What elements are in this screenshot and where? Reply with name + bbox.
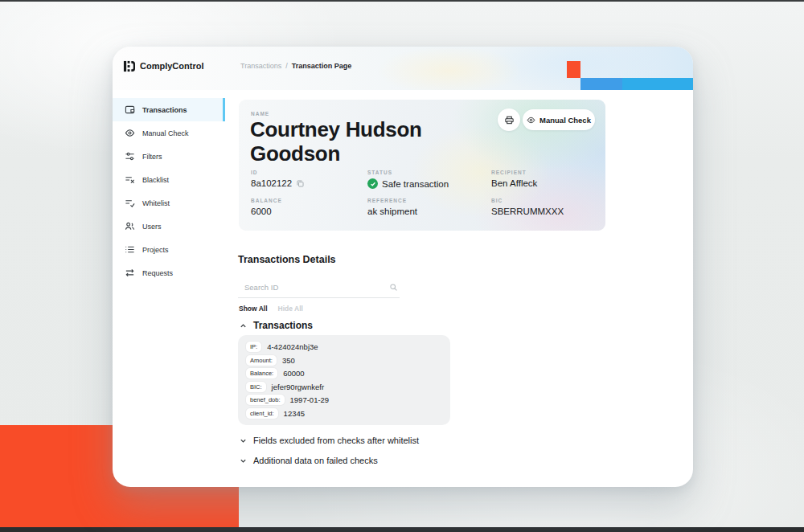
sidebar-item-label: Projects: [142, 246, 169, 254]
kv-value: 350: [282, 356, 295, 365]
sidebar-nav: Transactions Manual Check Filters: [113, 98, 225, 284]
field-bic: BIC SBERRUMMXXX: [491, 198, 564, 216]
section-failed-checks-toggle[interactable]: Additional data on failed checks: [240, 456, 378, 465]
search-box: [238, 277, 400, 298]
copy-icon[interactable]: [296, 179, 305, 188]
kv-row: BIC: jefer90rgwnkefr: [246, 382, 442, 392]
field-value: 8a102122: [251, 178, 292, 188]
sidebar-item-label: Requests: [142, 269, 173, 277]
breadcrumb-current: Transaction Page: [292, 62, 352, 70]
chevron-down-icon: [240, 457, 247, 464]
sidebar-item-label: Filters: [142, 153, 162, 161]
search-input[interactable]: [238, 277, 383, 297]
sidebar-item-manual-check[interactable]: Manual Check: [113, 121, 225, 145]
chevron-down-icon: [240, 437, 247, 444]
brand-logo: ComplyControl: [113, 58, 225, 74]
field-recipient: RECIPIENT Ben Affleck: [491, 170, 537, 188]
list-icon: [125, 244, 135, 255]
sidebar-item-blacklist[interactable]: Blacklist: [113, 168, 225, 191]
field-label: RECIPIENT: [491, 170, 537, 175]
kv-key-chip: IP:: [246, 342, 261, 352]
kv-key-chip: Balance:: [246, 368, 277, 379]
sidebar-item-users[interactable]: Users: [113, 215, 225, 238]
sidebar-item-filters[interactable]: Filters: [113, 145, 225, 168]
eye-icon: [527, 116, 535, 125]
decoration-blue-bar: [580, 78, 693, 90]
field-value: Ben Affleck: [491, 178, 537, 188]
kv-value: 60000: [283, 369, 304, 378]
show-all-link[interactable]: Show All: [239, 305, 268, 313]
sliders-icon: [125, 151, 135, 162]
sidebar-item-label: Transactions: [142, 106, 187, 114]
kv-row: Amount: 350: [246, 355, 442, 366]
kv-value: 1997-01-29: [290, 395, 330, 404]
status-badge: Safe transaction: [382, 179, 449, 189]
breadcrumb-separator: /: [285, 62, 288, 70]
chevron-up-icon: [240, 322, 247, 329]
app-window: Transactions / Transaction Page ComplyCo…: [113, 47, 693, 487]
field-label: REFERENCE: [367, 198, 417, 203]
breadcrumb-parent[interactable]: Transactions: [240, 62, 281, 70]
bottom-border-line: [0, 527, 804, 532]
sidebar-item-requests[interactable]: Requests: [113, 261, 225, 284]
sidebar-item-label: Whitelist: [142, 199, 170, 207]
field-value: ak shipment: [367, 207, 417, 216]
search-icon[interactable]: [389, 283, 398, 292]
kv-row: client_id: 12345: [246, 408, 442, 419]
section-label: Fields excluded from checks after whitel…: [253, 436, 419, 445]
kv-row: IP: 4-424024nbj3e: [246, 342, 442, 352]
hide-all-link[interactable]: Hide All: [278, 305, 303, 313]
show-hide-controls: Show All Hide All: [239, 305, 303, 313]
sidebar-item-projects[interactable]: Projects: [113, 238, 225, 261]
kv-value: 12345: [284, 409, 305, 418]
kv-key-chip: BIC:: [246, 382, 266, 392]
transaction-summary-card: NAME Courtney Hudson Goodson Manual Chec…: [239, 100, 605, 231]
kv-key-chip: benef_dob:: [246, 395, 285, 405]
wallet-icon: [125, 104, 135, 115]
manual-check-label: Manual Check: [539, 116, 591, 125]
section-label: Transactions: [253, 320, 313, 331]
section-label: Additional data on failed checks: [253, 456, 378, 465]
field-id: ID 8a102122: [251, 170, 305, 188]
section-transactions-toggle[interactable]: Transactions: [240, 320, 313, 331]
sidebar-item-whitelist[interactable]: Whitelist: [113, 191, 225, 215]
decoration-blue-bar-right: [622, 78, 693, 90]
field-label: BIC: [491, 198, 564, 203]
breadcrumb: Transactions / Transaction Page: [240, 62, 351, 70]
details-title: Transactions Details: [238, 254, 336, 265]
field-value: 6000: [251, 207, 272, 216]
kv-row: Balance: 60000: [246, 368, 442, 379]
field-reference: REFERENCE ak shipment: [367, 198, 417, 216]
sidebar: ComplyControl Transactions Manual Check: [113, 47, 225, 487]
sidebar-item-label: Blacklist: [142, 176, 169, 184]
list-check-icon: [125, 198, 135, 208]
manual-check-button[interactable]: Manual Check: [523, 109, 595, 130]
field-status: STATUS Safe transaction: [367, 170, 449, 189]
section-excluded-fields-toggle[interactable]: Fields excluded from checks after whitel…: [240, 436, 419, 445]
print-button[interactable]: [498, 108, 520, 131]
top-border-line: [0, 0, 804, 2]
printer-icon: [504, 115, 515, 125]
sidebar-item-label: Users: [142, 223, 162, 231]
field-label: ID: [251, 170, 305, 175]
field-label: BALANCE: [251, 198, 282, 203]
kv-key-chip: client_id:: [246, 408, 278, 419]
kv-row: benef_dob: 1997-01-29: [246, 395, 442, 405]
decoration-blue-bar-left: [580, 78, 622, 90]
field-balance: BALANCE 6000: [251, 198, 282, 216]
decoration-orange-square: [567, 61, 580, 78]
sidebar-item-label: Manual Check: [142, 129, 189, 137]
check-circle-icon: [367, 178, 378, 189]
field-value: SBERRUMMXXX: [491, 207, 564, 216]
field-label: STATUS: [367, 170, 449, 175]
users-icon: [125, 221, 135, 231]
kv-value: 4-424024nbj3e: [267, 342, 318, 351]
name-label: NAME: [251, 111, 269, 117]
sidebar-item-transactions[interactable]: Transactions: [113, 98, 225, 121]
transaction-holder-name: Courtney Hudson Goodson: [250, 118, 451, 166]
brand-logo-icon: [123, 60, 135, 72]
kv-value: jefer90rgwnkefr: [272, 383, 324, 391]
kv-key-chip: Amount:: [246, 355, 277, 366]
page: Transactions / Transaction Page ComplyCo…: [0, 0, 804, 532]
list-x-icon: [125, 174, 135, 185]
